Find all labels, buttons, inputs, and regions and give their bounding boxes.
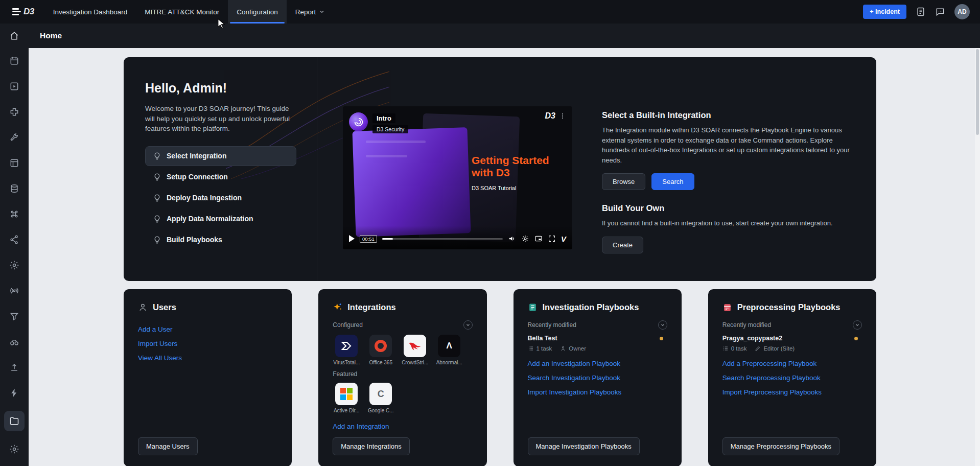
add-user-link[interactable]: Add a User: [138, 325, 173, 333]
d3-logo-text: D3: [24, 7, 34, 17]
scrollbar-thumb[interactable]: [976, 49, 979, 135]
sidebar-item-ingestion[interactable]: [0, 278, 29, 304]
integration-tile-office365[interactable]: Office 365: [367, 335, 394, 365]
integration-tile-abnormal[interactable]: Λ Abnormal...: [435, 335, 463, 365]
view-all-users-link[interactable]: View All Users: [138, 354, 182, 362]
picture-in-picture-icon[interactable]: [534, 235, 543, 243]
users-card: Users Add a User Import Users View All U…: [124, 289, 292, 466]
manage-users-button[interactable]: Manage Users: [138, 437, 198, 455]
task-count: 1 task: [536, 345, 552, 352]
task-list-icon: [528, 345, 534, 352]
sidebar-item-reports[interactable]: [0, 74, 29, 99]
nav-mitre-attck-monitor[interactable]: MITRE ATT&CK Monitor: [136, 0, 228, 24]
step-apply-data-normalization[interactable]: Apply Data Normalization: [145, 209, 296, 229]
playbook-list-item[interactable]: Pragya_copypaste2 0 task Editor (Site): [722, 335, 862, 352]
d3-logo[interactable]: D3: [7, 7, 39, 17]
sidebar-item-data[interactable]: [0, 176, 29, 201]
create-button[interactable]: Create: [602, 237, 643, 253]
sidebar-item-settings[interactable]: [0, 252, 29, 278]
status-dot: [660, 337, 663, 340]
new-incident-button[interactable]: + Incident: [863, 5, 906, 19]
puzzle-icon: [9, 107, 19, 117]
video-title-chip: Intro: [372, 113, 395, 123]
top-navbar: D3 Investigation Dashboard MITRE ATT&CK …: [0, 0, 980, 24]
collapse-chevron-icon[interactable]: [463, 320, 473, 330]
manage-integrations-button[interactable]: Manage Integrations: [333, 437, 410, 455]
person-icon: [560, 345, 566, 352]
avatar[interactable]: AD: [954, 4, 970, 19]
sidebar-item-command[interactable]: [0, 201, 29, 227]
chat-icon[interactable]: [935, 7, 945, 17]
browse-button[interactable]: Browse: [602, 173, 645, 190]
playbook-list-item[interactable]: Bella Test 1 task Owner: [528, 335, 667, 352]
office365-logo: [369, 335, 392, 357]
report-play-icon: [9, 81, 19, 91]
collapse-chevron-icon[interactable]: [658, 320, 667, 330]
folder-icon: [9, 416, 19, 426]
users-card-title: Users: [153, 302, 176, 312]
left-sidebar: [0, 24, 29, 466]
add-integration-link[interactable]: Add an Integration: [333, 423, 389, 430]
integration-tile-active-directory[interactable]: Active Dir...: [333, 383, 360, 413]
fullscreen-icon[interactable]: [548, 235, 556, 243]
step-select-integration[interactable]: Select Integration: [145, 146, 296, 166]
sidebar-item-automation[interactable]: [0, 380, 29, 406]
nav-report[interactable]: Report: [287, 0, 334, 24]
sidebar-item-extensions[interactable]: [0, 99, 29, 125]
nav-configuration[interactable]: Configuration: [228, 0, 286, 24]
step-setup-connection[interactable]: Setup Connection: [145, 167, 296, 187]
investigation-playbooks-icon: [528, 302, 538, 312]
volume-icon[interactable]: [508, 235, 516, 243]
lightbulb-icon: [153, 194, 161, 202]
calendar-icon: [9, 56, 19, 66]
quick-access-cards: Users Add a User Import Users View All U…: [124, 289, 876, 466]
nav-investigation-dashboard[interactable]: Investigation Dashboard: [44, 0, 136, 24]
step-label: Setup Connection: [167, 173, 228, 181]
onboarding-steps: Select Integration Setup Connection Depl…: [145, 146, 296, 250]
import-users-link[interactable]: Import Users: [138, 340, 177, 347]
search-button[interactable]: Search: [651, 173, 694, 190]
tutorial-video-player[interactable]: Intro D3 Security D3 Getting Started wit…: [343, 106, 572, 249]
step-deploy-data-ingestion[interactable]: Deploy Data Ingestion: [145, 188, 296, 208]
add-preprocessing-playbook-link[interactable]: Add a Preprocessing Playbook: [722, 360, 817, 367]
manage-preprocessing-playbooks-button[interactable]: Manage Preprocessing Playbooks: [722, 437, 839, 455]
integration-tile-virustotal[interactable]: VirusTotal...: [333, 335, 360, 365]
sidebar-item-export[interactable]: [0, 355, 29, 380]
sidebar-item-filter[interactable]: [0, 304, 29, 329]
navbar-right: + Incident AD: [863, 4, 973, 19]
video-thumbnail-panel: [353, 127, 471, 237]
abnormal-logo: Λ: [438, 335, 460, 357]
gear-icon: [9, 444, 19, 454]
lightbulb-icon: [153, 152, 161, 160]
preprocessing-card-title: Preprocessing Playbooks: [737, 302, 841, 312]
preprocessing-playbooks-card: Preprocessing Playbooks Recently modifie…: [708, 289, 876, 466]
step-build-playbooks[interactable]: Build Playbooks: [145, 230, 296, 250]
release-notes-icon[interactable]: [916, 7, 926, 17]
video-progress-bar[interactable]: [382, 238, 503, 240]
integration-tile-google-chronicle[interactable]: C Google C...: [367, 383, 394, 413]
lightbulb-icon: [153, 173, 161, 181]
sidebar-item-utilities[interactable]: [0, 125, 29, 150]
sidebar-item-calendar[interactable]: [0, 48, 29, 74]
vimeo-logo[interactable]: V: [561, 235, 566, 243]
gear-icon: [9, 260, 19, 270]
import-preprocessing-playbooks-link[interactable]: Import Preprocessing Playbooks: [722, 388, 822, 396]
collapse-chevron-icon[interactable]: [853, 320, 862, 330]
google-chronicle-logo: C: [369, 383, 392, 405]
search-investigation-playbook-link[interactable]: Search Investigation Playbook: [528, 374, 621, 382]
sidebar-item-home[interactable]: [0, 24, 29, 48]
sidebar-item-connections[interactable]: [0, 227, 29, 252]
integration-tile-crowdstrike[interactable]: CrowdStri...: [401, 335, 429, 365]
sidebar-item-system-settings[interactable]: [0, 436, 29, 462]
manage-investigation-playbooks-button[interactable]: Manage Investigation Playbooks: [528, 437, 640, 455]
sidebar-item-search[interactable]: [0, 329, 29, 355]
add-investigation-playbook-link[interactable]: Add an Investigation Playbook: [528, 360, 621, 367]
import-investigation-playbooks-link[interactable]: Import Investigation Playbooks: [528, 388, 622, 396]
configured-label: Configured: [333, 321, 363, 329]
sidebar-item-apps[interactable]: [0, 150, 29, 176]
video-settings-gear-icon[interactable]: [521, 235, 529, 243]
step-label: Apply Data Normalization: [167, 215, 253, 223]
search-preprocessing-playbook-link[interactable]: Search Preprocessing Playbook: [722, 374, 821, 382]
sidebar-item-file-management[interactable]: [0, 406, 29, 436]
play-button[interactable]: [349, 235, 355, 242]
